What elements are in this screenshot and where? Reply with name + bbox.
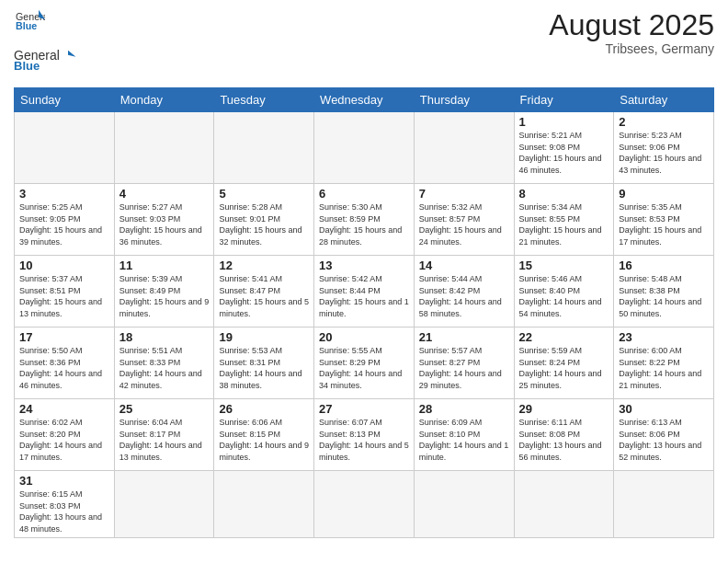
weekday-monday: Monday (114, 88, 214, 112)
calendar-cell: 18Sunrise: 5:51 AM Sunset: 8:33 PM Dayli… (114, 327, 214, 399)
day-info: Sunrise: 5:46 AM Sunset: 8:40 PM Dayligh… (519, 273, 609, 319)
day-number: 7 (419, 187, 509, 201)
calendar-cell: 26Sunrise: 6:06 AM Sunset: 8:15 PM Dayli… (214, 399, 314, 471)
day-number: 25 (119, 402, 210, 416)
calendar-cell (114, 112, 214, 184)
day-number: 17 (19, 330, 109, 344)
weekday-header-row: SundayMondayTuesdayWednesdayThursdayFrid… (15, 88, 714, 112)
day-info: Sunrise: 5:21 AM Sunset: 9:08 PM Dayligh… (519, 130, 609, 176)
calendar-cell: 1Sunrise: 5:21 AM Sunset: 9:08 PM Daylig… (514, 112, 614, 184)
calendar-cell: 2Sunrise: 5:23 AM Sunset: 9:06 PM Daylig… (614, 112, 714, 184)
calendar-cell: 23Sunrise: 6:00 AM Sunset: 8:22 PM Dayli… (614, 327, 714, 399)
calendar-cell: 6Sunrise: 5:30 AM Sunset: 8:59 PM Daylig… (314, 184, 415, 256)
calendar-week-4: 17Sunrise: 5:50 AM Sunset: 8:36 PM Dayli… (15, 327, 714, 399)
calendar-cell: 24Sunrise: 6:02 AM Sunset: 8:20 PM Dayli… (15, 399, 115, 471)
day-number: 13 (319, 259, 409, 272)
day-number: 20 (319, 330, 409, 344)
day-number: 11 (119, 259, 210, 272)
day-number: 21 (419, 330, 509, 344)
day-number: 18 (119, 330, 210, 344)
weekday-wednesday: Wednesday (314, 88, 415, 112)
day-number: 27 (319, 402, 409, 416)
calendar-cell: 5Sunrise: 5:28 AM Sunset: 9:01 PM Daylig… (214, 184, 314, 256)
day-number: 8 (519, 187, 609, 201)
weekday-tuesday: Tuesday (214, 88, 314, 112)
svg-marker-5 (68, 51, 76, 57)
calendar-cell: 4Sunrise: 5:27 AM Sunset: 9:03 PM Daylig… (114, 184, 214, 256)
day-info: Sunrise: 6:11 AM Sunset: 8:08 PM Dayligh… (519, 417, 609, 463)
day-info: Sunrise: 5:35 AM Sunset: 8:53 PM Dayligh… (619, 201, 709, 247)
day-number: 1 (519, 115, 609, 129)
calendar-cell: 21Sunrise: 5:57 AM Sunset: 8:27 PM Dayli… (414, 327, 514, 399)
calendar-cell: 14Sunrise: 5:44 AM Sunset: 8:42 PM Dayli… (414, 256, 514, 327)
location-subtitle: Tribsees, Germany (549, 41, 714, 56)
calendar-week-3: 10Sunrise: 5:37 AM Sunset: 8:51 PM Dayli… (15, 256, 714, 327)
day-info: Sunrise: 5:23 AM Sunset: 9:06 PM Dayligh… (619, 130, 709, 176)
calendar-cell (314, 112, 415, 184)
day-number: 29 (519, 402, 609, 416)
calendar-cell (414, 112, 514, 184)
calendar-week-6: 31Sunrise: 6:15 AM Sunset: 8:03 PM Dayli… (15, 471, 714, 538)
day-info: Sunrise: 5:30 AM Sunset: 8:59 PM Dayligh… (319, 201, 409, 247)
header: General Blue General Blue August 2025 Tr… (14, 9, 714, 80)
calendar-cell (614, 471, 714, 538)
svg-text:Blue: Blue (14, 59, 40, 73)
svg-text:Blue: Blue (16, 20, 37, 31)
weekday-sunday: Sunday (15, 88, 115, 112)
calendar-week-5: 24Sunrise: 6:02 AM Sunset: 8:20 PM Dayli… (15, 399, 714, 471)
calendar-cell (214, 471, 314, 538)
calendar-cell: 22Sunrise: 5:59 AM Sunset: 8:24 PM Dayli… (514, 327, 614, 399)
calendar-cell: 16Sunrise: 5:48 AM Sunset: 8:38 PM Dayli… (614, 256, 714, 327)
calendar-cell: 9Sunrise: 5:35 AM Sunset: 8:53 PM Daylig… (614, 184, 714, 256)
weekday-thursday: Thursday (414, 88, 514, 112)
day-number: 31 (19, 474, 109, 488)
calendar-cell: 19Sunrise: 5:53 AM Sunset: 8:31 PM Dayli… (214, 327, 314, 399)
calendar-cell: 17Sunrise: 5:50 AM Sunset: 8:36 PM Dayli… (15, 327, 115, 399)
calendar-cell: 15Sunrise: 5:46 AM Sunset: 8:40 PM Dayli… (514, 256, 614, 327)
calendar-cell (514, 471, 614, 538)
calendar-cell: 13Sunrise: 5:42 AM Sunset: 8:44 PM Dayli… (314, 256, 415, 327)
day-number: 6 (319, 187, 409, 201)
calendar-cell (414, 471, 514, 538)
day-info: Sunrise: 6:02 AM Sunset: 8:20 PM Dayligh… (19, 417, 109, 463)
day-info: Sunrise: 5:42 AM Sunset: 8:44 PM Dayligh… (319, 273, 409, 319)
day-info: Sunrise: 6:06 AM Sunset: 8:15 PM Dayligh… (219, 417, 309, 463)
day-number: 22 (519, 330, 609, 344)
day-number: 3 (19, 187, 109, 201)
day-info: Sunrise: 5:48 AM Sunset: 8:38 PM Dayligh… (619, 273, 709, 319)
page: General Blue General Blue August 2025 Tr… (0, 0, 728, 563)
day-info: Sunrise: 5:27 AM Sunset: 9:03 PM Dayligh… (119, 201, 210, 247)
day-info: Sunrise: 5:55 AM Sunset: 8:29 PM Dayligh… (319, 345, 409, 391)
day-number: 19 (219, 330, 309, 344)
day-info: Sunrise: 5:50 AM Sunset: 8:36 PM Dayligh… (19, 345, 109, 391)
calendar-cell: 29Sunrise: 6:11 AM Sunset: 8:08 PM Dayli… (514, 399, 614, 471)
calendar-week-2: 3Sunrise: 5:25 AM Sunset: 9:05 PM Daylig… (15, 184, 714, 256)
day-number: 14 (419, 259, 509, 272)
calendar-cell: 25Sunrise: 6:04 AM Sunset: 8:17 PM Dayli… (114, 399, 214, 471)
day-info: Sunrise: 5:57 AM Sunset: 8:27 PM Dayligh… (419, 345, 509, 391)
day-info: Sunrise: 5:34 AM Sunset: 8:55 PM Dayligh… (519, 201, 609, 247)
calendar-cell: 7Sunrise: 5:32 AM Sunset: 8:57 PM Daylig… (414, 184, 514, 256)
day-number: 4 (119, 187, 210, 201)
day-number: 30 (619, 402, 709, 416)
calendar-cell (214, 112, 314, 184)
day-number: 26 (219, 402, 309, 416)
calendar-cell (114, 471, 214, 538)
calendar-cell: 20Sunrise: 5:55 AM Sunset: 8:29 PM Dayli… (314, 327, 415, 399)
calendar-cell (15, 112, 115, 184)
day-number: 23 (619, 330, 709, 344)
weekday-friday: Friday (514, 88, 614, 112)
day-info: Sunrise: 5:28 AM Sunset: 9:01 PM Dayligh… (219, 201, 309, 247)
title-area: August 2025 Tribsees, Germany (549, 9, 714, 56)
day-number: 5 (219, 187, 309, 201)
day-info: Sunrise: 5:41 AM Sunset: 8:47 PM Dayligh… (219, 273, 309, 319)
weekday-saturday: Saturday (614, 88, 714, 112)
calendar-cell: 11Sunrise: 5:39 AM Sunset: 8:49 PM Dayli… (114, 256, 214, 327)
day-info: Sunrise: 5:32 AM Sunset: 8:57 PM Dayligh… (419, 201, 509, 247)
logo-area: General Blue General Blue (14, 9, 78, 80)
day-info: Sunrise: 5:44 AM Sunset: 8:42 PM Dayligh… (419, 273, 509, 319)
day-info: Sunrise: 5:53 AM Sunset: 8:31 PM Dayligh… (219, 345, 309, 391)
day-info: Sunrise: 6:07 AM Sunset: 8:13 PM Dayligh… (319, 417, 409, 463)
day-number: 2 (619, 115, 709, 129)
calendar-cell: 31Sunrise: 6:15 AM Sunset: 8:03 PM Dayli… (15, 471, 115, 538)
